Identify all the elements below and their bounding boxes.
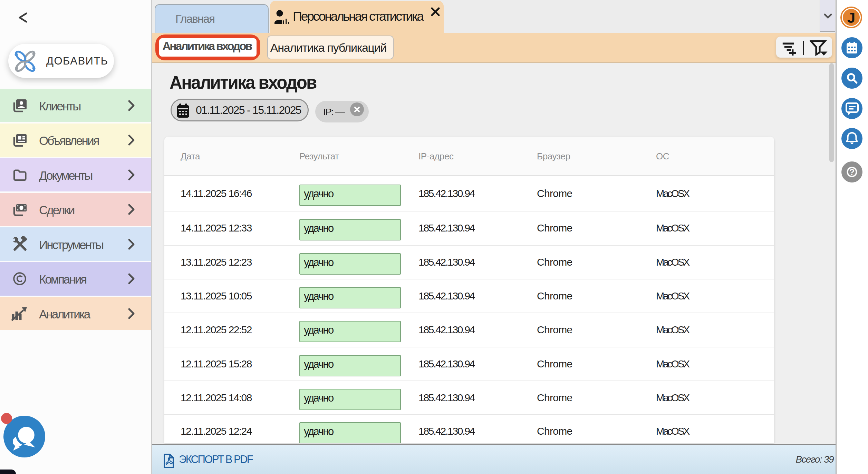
svg-text:?: ? xyxy=(849,167,855,177)
